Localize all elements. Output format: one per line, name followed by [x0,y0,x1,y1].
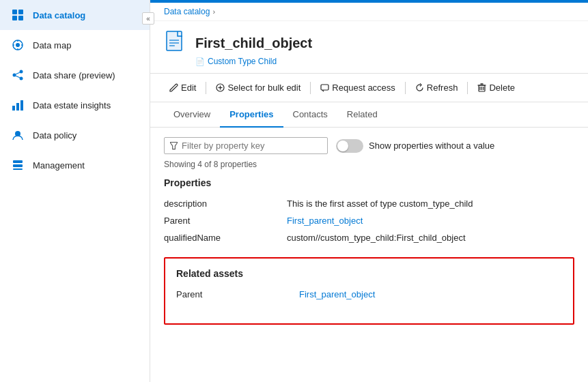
svg-rect-0 [12,10,17,14]
svg-rect-15 [12,106,15,111]
sidebar: Data catalog Data map Data share [0,0,150,382]
sidebar-label-management: Management [33,160,85,171]
sidebar-label-data-policy: Data policy [33,130,76,141]
edit-icon [169,83,178,92]
data-share-icon [11,68,25,82]
asset-type-row: 📄 Custom Type Child [195,57,574,66]
breadcrumb-separator: › [212,8,215,16]
prop-key-description: description [164,195,287,212]
edit-button[interactable]: Edit [164,79,201,96]
prop-val-parent: First_parent_object [287,212,574,229]
request-access-button[interactable]: Request access [315,79,401,96]
related-assets-box: Related assets Parent First_parent_objec… [164,257,574,325]
prop-val-description: This is the first asset of type custom_t… [287,195,574,212]
data-catalog-icon [11,8,25,22]
svg-rect-20 [13,164,23,167]
related-assets-title: Related assets [176,268,562,279]
related-parent-link[interactable]: First_parent_object [299,289,375,299]
asset-type-doc-icon: 📄 [195,57,205,66]
svg-line-13 [16,72,20,74]
management-icon [11,158,25,172]
toolbar-sep-2 [310,82,311,94]
svg-point-12 [20,77,23,80]
toolbar-sep-4 [467,82,468,94]
svg-marker-36 [170,142,178,149]
asset-name: First_child_object [195,35,312,51]
table-row: description This is the first asset of t… [164,195,574,212]
toggle-wrap: Show properties without a value [336,139,494,153]
related-val-parent: First_parent_object [299,286,562,303]
sidebar-item-data-catalog[interactable]: Data catalog [0,0,150,30]
filter-input[interactable] [182,141,322,151]
showing-text: Showing 4 of 8 properties [164,160,574,169]
sidebar-collapse-button[interactable]: « [142,12,154,25]
tab-overview[interactable]: Overview [164,102,220,128]
svg-point-5 [16,43,20,47]
tab-properties[interactable]: Properties [220,102,283,128]
svg-rect-19 [13,160,23,163]
sidebar-label-data-map: Data map [33,40,71,50]
breadcrumb-root[interactable]: Data catalog [164,7,210,16]
toggle-knob [337,141,348,151]
filter-input-wrap[interactable] [164,137,328,154]
prop-key-parent: Parent [164,212,287,229]
tabs-bar: Overview Properties Contacts Related [150,102,588,128]
asset-type-label: Custom Type Child [208,57,277,66]
comment-icon [320,83,329,92]
svg-rect-16 [16,103,19,111]
sidebar-label-data-estate: Data estate insights [33,100,111,111]
properties-table: description This is the first asset of t… [164,195,574,246]
data-estate-icon [11,98,25,112]
svg-rect-21 [13,168,23,170]
show-without-value-toggle[interactable] [336,139,363,153]
filter-icon [170,142,178,150]
svg-point-10 [20,70,23,74]
prop-val-qualifiedname: custom//custom_type_child:First_child_ob… [287,229,574,246]
refresh-icon [415,83,424,92]
svg-line-14 [16,76,20,78]
table-row: Parent First_parent_object [176,286,562,303]
svg-rect-29 [321,85,328,90]
prop-key-qualifiedname: qualifiedName [164,229,287,246]
sidebar-item-data-estate[interactable]: Data estate insights [0,90,150,120]
main-content: Data catalog › First_child_object 📄 Cust… [150,0,588,382]
data-policy-icon [11,128,25,142]
table-row: qualifiedName custom//custom_type_child:… [164,229,574,246]
sidebar-item-data-map[interactable]: Data map [0,30,150,60]
data-map-icon [11,38,25,52]
asset-file-icon [164,31,188,55]
select-bulk-button[interactable]: Select for bulk edit [210,79,306,96]
svg-rect-3 [18,16,23,20]
sidebar-item-management[interactable]: Management [0,150,150,180]
parent-link[interactable]: First_parent_object [287,216,363,226]
sidebar-label-data-share: Data share (preview) [33,70,115,80]
svg-rect-2 [12,16,17,20]
svg-rect-22 [167,31,182,50]
content-header: First_child_object 📄 Custom Type Child [150,21,588,74]
table-row: Parent First_parent_object [164,212,574,229]
related-key-parent: Parent [176,286,299,303]
refresh-button[interactable]: Refresh [410,79,464,96]
delete-button[interactable]: Delete [472,79,520,96]
sidebar-item-data-share[interactable]: Data share (preview) [0,60,150,90]
plus-circle-icon [216,83,225,92]
delete-icon [477,83,486,92]
svg-rect-1 [18,10,23,14]
sidebar-item-data-policy[interactable]: Data policy [0,120,150,150]
tab-contacts[interactable]: Contacts [283,102,337,128]
properties-section-title: Properties [164,177,574,188]
sidebar-label-data-catalog: Data catalog [33,10,85,20]
svg-rect-17 [20,100,23,111]
content-body: Show properties without a value Showing … [150,128,588,382]
toolbar-sep-1 [206,82,206,94]
filter-row: Show properties without a value [164,137,574,154]
tab-related[interactable]: Related [337,102,387,128]
toggle-label: Show properties without a value [369,141,494,151]
asset-title-row: First_child_object [164,31,574,55]
svg-point-11 [13,74,16,77]
related-assets-table: Parent First_parent_object [176,286,562,303]
breadcrumb: Data catalog › [150,3,588,21]
toolbar-sep-3 [405,82,406,94]
toolbar: Edit Select for bulk edit Request access [150,74,588,102]
